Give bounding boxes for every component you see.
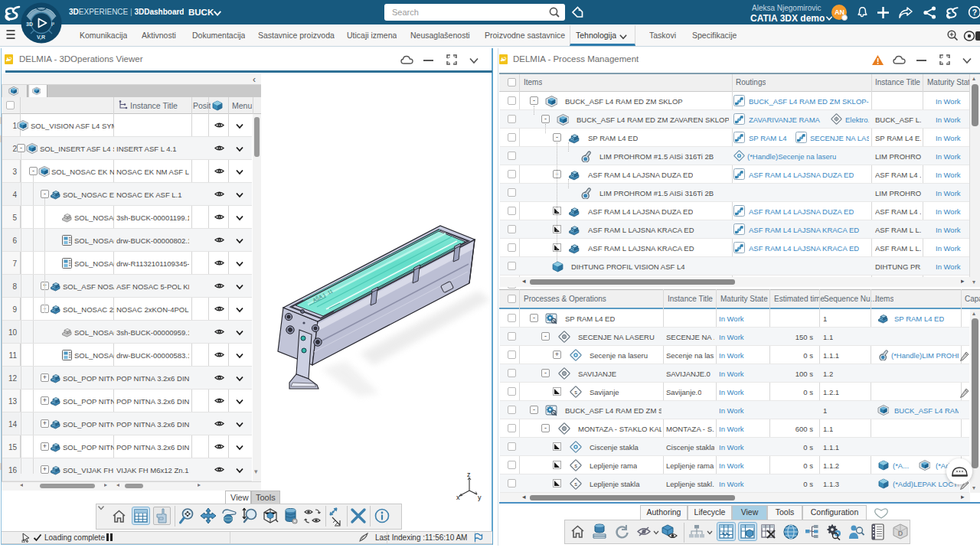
svg-text:?: ? xyxy=(972,8,977,17)
svg-text:y: y xyxy=(478,494,482,501)
svg-text:z: z xyxy=(467,471,471,478)
svg-text:x: x xyxy=(456,494,460,501)
svg-text:D: D xyxy=(898,530,903,537)
svg-text:V,R: V,R xyxy=(37,34,45,41)
svg-text:3D: 3D xyxy=(26,21,33,27)
